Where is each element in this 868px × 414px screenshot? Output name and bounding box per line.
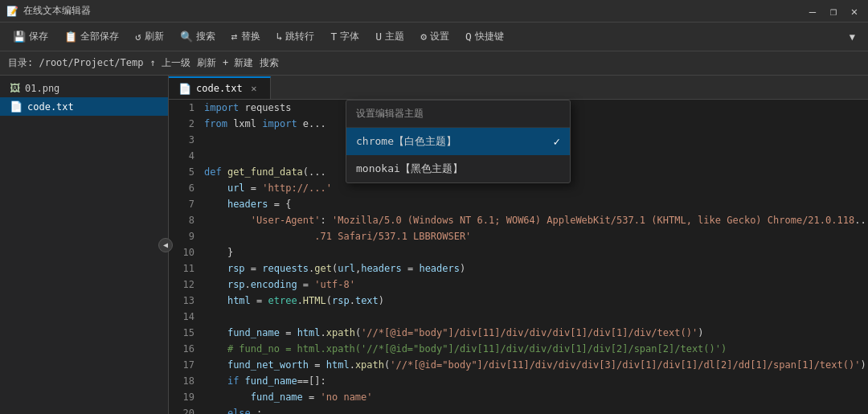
app-icon: 📝 bbox=[6, 6, 18, 17]
breadcrumb-path: 目录: /root/Project/Temp bbox=[8, 56, 144, 70]
breadcrumb-refresh[interactable]: 刷新 bbox=[197, 56, 216, 70]
toolbar-collapse-button[interactable]: ▼ bbox=[843, 28, 862, 46]
line-number: 12 bbox=[169, 277, 201, 293]
theme-button[interactable]: U 主题 bbox=[369, 27, 411, 47]
dropdown-header: 设置编辑器主题 bbox=[346, 100, 570, 128]
app-title: 在线文本编辑器 bbox=[23, 4, 91, 18]
file-name-01png: 01.png bbox=[25, 83, 59, 94]
check-icon-chrome: ✓ bbox=[554, 135, 560, 148]
line-number: 20 bbox=[169, 405, 201, 414]
table-row: 12 rsp.encoding = 'utf-8' bbox=[169, 277, 868, 293]
toolbar: 💾 保存 📋 全部保存 ↺ 刷新 🔍 搜索 ⇄ 替换 ↳ 跳转行 T 字体 U … bbox=[0, 23, 868, 51]
close-button[interactable]: ✕ bbox=[847, 4, 862, 18]
line-number: 13 bbox=[169, 293, 201, 309]
theme-dropdown: 设置编辑器主题 chrome【白色主题】 ✓ monokai【黑色主题】 bbox=[346, 100, 571, 183]
line-content: fund_name = 'no name' bbox=[201, 389, 868, 405]
line-content: fund_name = html.xpath('//*[@id="body"]/… bbox=[201, 325, 868, 341]
line-content: html = etree.HTML(rsp.text) bbox=[201, 293, 868, 309]
table-row: 8 'User-Agent': 'Mozilla/5.0 (Windows NT… bbox=[169, 212, 868, 228]
refresh-icon: ↺ bbox=[135, 31, 141, 43]
line-content: headers = { bbox=[201, 196, 868, 212]
save-button[interactable]: 💾 保存 bbox=[6, 27, 55, 47]
editor-area: 📄 code.txt ✕ 1 import requests 2 from lx… bbox=[169, 76, 868, 414]
line-number: 7 bbox=[169, 196, 201, 212]
title-bar: 📝 在线文本编辑器 — ❐ ✕ bbox=[0, 0, 868, 23]
line-content: # fund_no = html.xpath('//*[@id="body"]/… bbox=[201, 341, 868, 357]
table-row: 17 fund_net_worth = html.xpath('//*[@id=… bbox=[169, 357, 868, 373]
line-content: } bbox=[201, 244, 868, 260]
tab-codetxt[interactable]: 📄 code.txt ✕ bbox=[169, 76, 271, 99]
line-content: fund_net_worth = html.xpath('//*[@id="bo… bbox=[201, 357, 868, 373]
tab-close-button[interactable]: ✕ bbox=[248, 82, 260, 95]
theme-icon: U bbox=[375, 31, 382, 43]
file-item-01png[interactable]: 🖼 01.png bbox=[0, 79, 168, 97]
file-item-codetxt[interactable]: 📄 code.txt bbox=[0, 97, 168, 116]
line-content: if fund_name==[]: bbox=[201, 373, 868, 389]
line-content: rsp = requests.get(url,headers = headers… bbox=[201, 260, 868, 277]
image-file-icon: 🖼 bbox=[10, 82, 20, 94]
line-number: 9 bbox=[169, 228, 201, 244]
table-row: 10 } bbox=[169, 244, 868, 260]
dropdown-option-chrome: chrome【白色主题】 bbox=[356, 134, 457, 149]
table-row: 7 headers = { bbox=[169, 196, 868, 212]
table-row: 14 bbox=[169, 309, 868, 325]
save-icon: 💾 bbox=[13, 31, 26, 43]
table-row: 18 if fund_name==[]: bbox=[169, 373, 868, 389]
tab-filename: code.txt bbox=[196, 83, 243, 94]
settings-button[interactable]: ⚙ 设置 bbox=[414, 27, 456, 47]
shortcuts-button[interactable]: Q 快捷键 bbox=[459, 27, 510, 47]
line-number: 8 bbox=[169, 212, 201, 228]
line-number: 2 bbox=[169, 116, 201, 132]
breadcrumb-bar: 目录: /root/Project/Temp ↑ 上一级 刷新 + 新建 搜索 bbox=[0, 51, 868, 76]
breadcrumb-up[interactable]: ↑ 上一级 bbox=[150, 56, 190, 70]
text-file-icon: 📄 bbox=[10, 100, 23, 113]
line-number: 5 bbox=[169, 164, 201, 180]
line-content: rsp.encoding = 'utf-8' bbox=[201, 277, 868, 293]
table-row: 20 else : bbox=[169, 405, 868, 414]
table-row: 9 .71 Safari/537.1 LBBROWSER' bbox=[169, 228, 868, 244]
replace-icon: ⇄ bbox=[231, 31, 238, 43]
line-number: 17 bbox=[169, 357, 201, 373]
line-number: 11 bbox=[169, 260, 201, 277]
tab-file-icon: 📄 bbox=[178, 83, 191, 95]
dropdown-item-monokai[interactable]: monokai【黑色主题】 bbox=[346, 155, 570, 182]
main-layout: 🖼 01.png 📄 code.txt ◀ 📄 code.txt ✕ 1 im bbox=[0, 76, 868, 414]
refresh-button[interactable]: ↺ 刷新 bbox=[129, 27, 170, 47]
dropdown-option-monokai: monokai【黑色主题】 bbox=[356, 162, 463, 176]
line-number: 3 bbox=[169, 132, 201, 148]
dropdown-item-chrome[interactable]: chrome【白色主题】 ✓ bbox=[346, 128, 570, 155]
line-number: 6 bbox=[169, 180, 201, 196]
breadcrumb-search[interactable]: 搜索 bbox=[260, 56, 279, 70]
line-number: 14 bbox=[169, 309, 201, 325]
goto-icon: ↳ bbox=[276, 31, 283, 43]
maximize-button[interactable]: ❐ bbox=[826, 4, 841, 18]
sidebar: 🖼 01.png 📄 code.txt bbox=[0, 76, 169, 414]
line-content: .71 Safari/537.1 LBBROWSER' bbox=[201, 228, 868, 244]
line-number: 18 bbox=[169, 373, 201, 389]
breadcrumb-new[interactable]: + 新建 bbox=[223, 56, 253, 70]
line-content: 'User-Agent': 'Mozilla/5.0 (Windows NT 6… bbox=[201, 212, 868, 228]
shortcuts-icon: Q bbox=[465, 31, 472, 43]
table-row: 11 rsp = requests.get(url,headers = head… bbox=[169, 260, 868, 277]
line-number: 19 bbox=[169, 389, 201, 405]
line-content bbox=[201, 309, 868, 325]
minimize-button[interactable]: — bbox=[805, 4, 820, 18]
save-all-button[interactable]: 📋 全部保存 bbox=[58, 27, 125, 47]
line-number: 4 bbox=[169, 148, 201, 164]
sidebar-collapse-arrow[interactable]: ◀ bbox=[158, 238, 173, 252]
goto-button[interactable]: ↳ 跳转行 bbox=[270, 27, 321, 47]
file-list: 🖼 01.png 📄 code.txt bbox=[0, 76, 168, 414]
line-number: 1 bbox=[169, 100, 201, 116]
font-button[interactable]: T 字体 bbox=[324, 27, 366, 47]
table-row: 16 # fund_no = html.xpath('//*[@id="body… bbox=[169, 341, 868, 357]
replace-button[interactable]: ⇄ 替换 bbox=[225, 27, 267, 47]
save-all-icon: 📋 bbox=[64, 31, 77, 43]
search-icon: 🔍 bbox=[180, 31, 193, 43]
line-number: 16 bbox=[169, 341, 201, 357]
search-button[interactable]: 🔍 搜索 bbox=[174, 27, 222, 47]
table-row: 15 fund_name = html.xpath('//*[@id="body… bbox=[169, 325, 868, 341]
font-icon: T bbox=[330, 31, 337, 43]
file-name-codetxt: code.txt bbox=[27, 101, 74, 113]
table-row: 13 html = etree.HTML(rsp.text) bbox=[169, 293, 868, 309]
line-number: 10 bbox=[169, 244, 201, 260]
